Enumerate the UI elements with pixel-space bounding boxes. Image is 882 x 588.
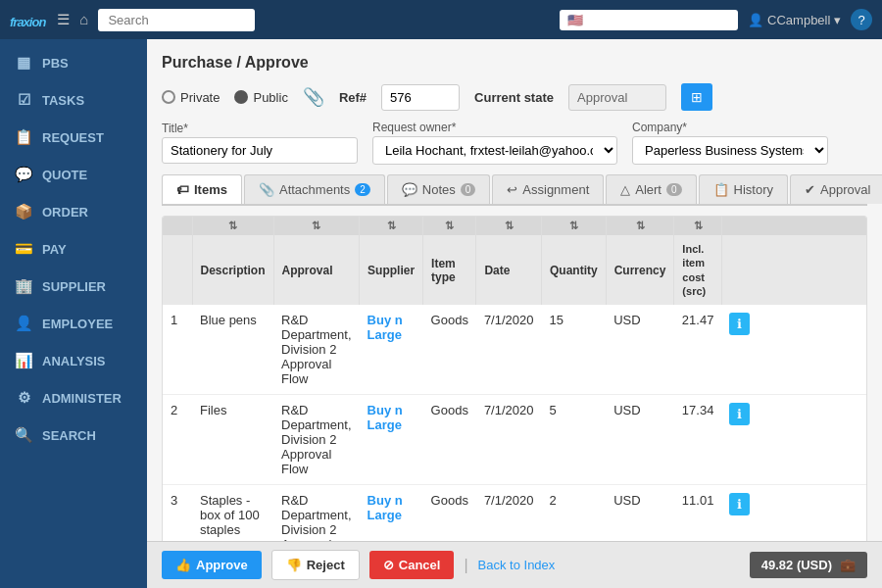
tab-notes[interactable]: 💬 Notes 0 [387, 174, 491, 204]
request-owner-select[interactable]: Leila Hochant, frxtest-leilah@yahoo.com [372, 136, 617, 165]
col-sort-5[interactable]: ⇅ [476, 217, 542, 235]
sidebar-item-order[interactable]: 📦 ORDER [0, 193, 147, 230]
row3-date: 7/1/2020 [476, 485, 542, 541]
col-sort-2[interactable]: ⇅ [273, 217, 360, 235]
col-num [163, 217, 192, 235]
language-selector[interactable]: 🇺🇸 English (United States) ▾ [560, 10, 738, 30]
sidebar-label-search: SEARCH [42, 428, 96, 443]
employee-icon: 👤 [15, 315, 32, 332]
reject-label: Reject [307, 558, 345, 572]
col-header-num [163, 235, 192, 305]
row2-item-type: Goods [423, 395, 476, 485]
thumbs-up-icon: 👍 [175, 558, 191, 572]
sidebar-label-tasks: TASKS [42, 93, 84, 108]
row1-info-button[interactable]: ℹ [729, 313, 750, 335]
sidebar-item-administer[interactable]: ⚙ ADMINISTER [0, 379, 147, 416]
separator: | [464, 557, 467, 574]
current-state-label: Current state [474, 90, 554, 105]
title-field-group: Title* [162, 122, 358, 164]
help-button[interactable]: ? [851, 9, 872, 30]
tab-items[interactable]: 🏷 Items [162, 174, 242, 204]
administer-icon: ⚙ [15, 389, 32, 407]
row2-description: Files [192, 395, 273, 485]
search-input[interactable] [98, 9, 255, 31]
col-sort-6[interactable]: ⇅ [542, 217, 607, 235]
chevron-down-icon: ▾ [723, 13, 730, 27]
tab-alert[interactable]: △ Alert 0 [606, 174, 696, 204]
row3-description: Staples - box of 100 staples [192, 485, 273, 541]
sidebar-item-pay[interactable]: 💳 PAY [0, 230, 147, 268]
form-row-1: Private Public 📎 Ref# Current state ⊞ [162, 83, 867, 111]
grid-button[interactable]: ⊞ [681, 83, 712, 111]
col-sort-7[interactable]: ⇅ [606, 217, 674, 235]
sidebar-item-supplier[interactable]: 🏢 SUPPLIER [0, 268, 147, 305]
sidebar-item-pbs[interactable]: ▦ PBS [0, 44, 147, 81]
row1-incl-cost: 21.47 [674, 305, 722, 395]
company-select[interactable]: Paperless Business Systems PBS [632, 136, 828, 165]
col-header-currency: Currency [606, 235, 674, 305]
row2-actions: ℹ [721, 395, 866, 485]
col-header-date: Date [476, 235, 542, 305]
sidebar-item-request[interactable]: 📋 REQUEST [0, 119, 147, 156]
attachments-tab-icon: 📎 [259, 182, 274, 197]
sidebar-item-analysis[interactable]: 📊 ANALYSIS [0, 342, 147, 379]
public-radio[interactable] [234, 90, 248, 104]
attachment-icon[interactable]: 📎 [303, 86, 324, 108]
cancel-button[interactable]: ⊘ Cancel [369, 551, 455, 579]
sidebar-item-search[interactable]: 🔍 SEARCH [0, 416, 147, 454]
sidebar-item-employee[interactable]: 👤 EMPLOYEE [0, 305, 147, 342]
row1-supplier[interactable]: Buy n Large [360, 305, 423, 395]
col-header-supplier: Supplier [360, 235, 423, 305]
alert-tab-icon: △ [620, 182, 630, 197]
tab-approval[interactable]: ✔ Approval [790, 174, 882, 204]
private-radio[interactable] [162, 90, 175, 104]
ref-field[interactable] [381, 84, 460, 111]
row2-num: 2 [163, 395, 192, 485]
row1-quantity: 15 [542, 305, 607, 395]
col-header-item-type: Item type [423, 235, 476, 305]
row2-info-button[interactable]: ℹ [729, 403, 750, 425]
row2-supplier[interactable]: Buy n Large [360, 395, 423, 485]
col-sort-3[interactable]: ⇅ [360, 217, 423, 235]
tab-assignment[interactable]: ↩ Assignment [492, 174, 604, 204]
col-sort-1[interactable]: ⇅ [192, 217, 273, 235]
sidebar-item-quote[interactable]: 💬 QUOTE [0, 156, 147, 193]
user-menu[interactable]: 👤 CCampbell ▾ [748, 13, 841, 27]
col-sort-4[interactable]: ⇅ [423, 217, 476, 235]
request-icon: 📋 [15, 128, 32, 146]
supplier-icon: 🏢 [15, 277, 32, 295]
home-icon[interactable]: ⌂ [79, 11, 88, 28]
public-label: Public [253, 90, 287, 105]
sidebar-label-request: REQUEST [42, 130, 104, 145]
row3-supplier[interactable]: Buy n Large [360, 485, 423, 541]
notes-tab-icon: 💬 [402, 182, 417, 197]
public-toggle[interactable]: Public [234, 90, 287, 105]
approval-tab-icon: ✔ [805, 182, 815, 197]
row1-approval: R&D Department, Division 2 Approval Flow [273, 305, 360, 395]
back-to-index-link[interactable]: Back to Index [478, 558, 556, 572]
tab-attachments[interactable]: 📎 Attachments 2 [244, 174, 385, 204]
row3-info-button[interactable]: ℹ [729, 493, 750, 515]
total-badge: 49.82 (USD) 💼 [750, 552, 867, 578]
hamburger-icon[interactable]: ☰ [57, 11, 70, 28]
private-label: Private [180, 90, 220, 105]
topnav: fraxion ☰ ⌂ 🇺🇸 English (United States) ▾… [0, 0, 882, 39]
items-tab-label: Items [194, 182, 227, 197]
cancel-icon: ⊘ [383, 558, 394, 572]
col-actions [721, 217, 866, 235]
col-header-quantity: Quantity [542, 235, 607, 305]
user-icon: 👤 [748, 13, 763, 27]
tab-history[interactable]: 📋 History [699, 174, 788, 204]
title-field[interactable] [162, 137, 358, 164]
sidebar-label-administer: ADMINISTER [42, 391, 122, 406]
table-row: 3 Staples - box of 100 staples R&D Depar… [163, 485, 866, 541]
col-header-approval: Approval [273, 235, 360, 305]
row3-currency: USD [606, 485, 674, 541]
reject-button[interactable]: 👎 Reject [271, 550, 360, 580]
col-sort-8[interactable]: ⇅ [674, 217, 722, 235]
private-toggle[interactable]: Private [162, 90, 220, 105]
flag-icon: 🇺🇸 [567, 13, 583, 27]
approve-button[interactable]: 👍 Approve [162, 551, 262, 579]
sidebar-item-tasks[interactable]: ☑ TASKS [0, 81, 147, 119]
row3-actions: ℹ [721, 485, 866, 541]
